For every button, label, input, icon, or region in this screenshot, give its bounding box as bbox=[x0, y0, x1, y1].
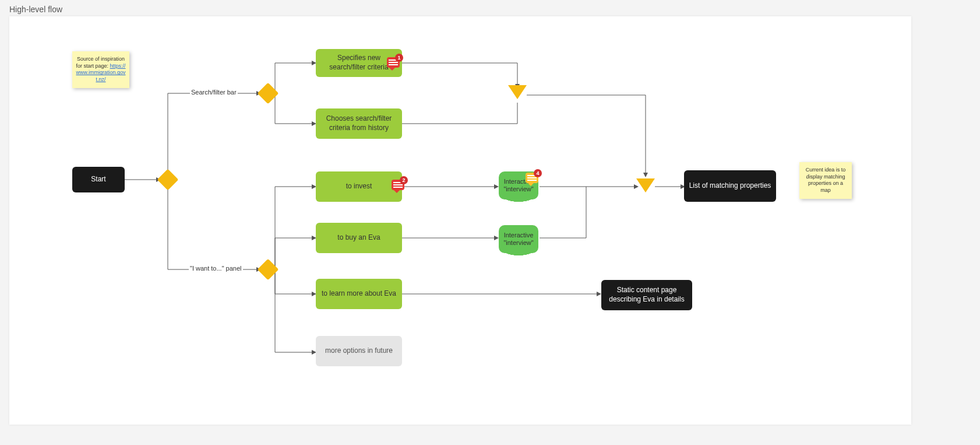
node-future[interactable]: more options in future bbox=[316, 336, 402, 366]
merge-results[interactable] bbox=[636, 178, 655, 192]
node-list[interactable]: List of matching properties bbox=[684, 170, 776, 202]
node-buy-eva[interactable]: to buy an Eva bbox=[316, 223, 402, 253]
diagram-canvas[interactable]: Source of inspiration for start page: ht… bbox=[9, 16, 911, 425]
node-start[interactable]: Start bbox=[72, 167, 125, 192]
sticky-note-source[interactable]: Source of inspiration for start page: ht… bbox=[72, 51, 129, 88]
branch-label-want-to: "I want to..." panel bbox=[189, 265, 243, 272]
merge-search[interactable] bbox=[508, 85, 527, 99]
comment-icon[interactable]: 4 bbox=[526, 173, 538, 183]
arrowhead bbox=[494, 236, 499, 240]
gateway-want-to[interactable] bbox=[258, 259, 279, 281]
comment-badge: 2 bbox=[400, 176, 408, 184]
node-interview-2[interactable]: Interactive "interview" bbox=[499, 225, 538, 253]
comment-badge: 1 bbox=[395, 54, 403, 62]
branch-label-search: Search/filter bar bbox=[190, 89, 238, 96]
arrowhead bbox=[643, 173, 648, 177]
comment-icon[interactable]: 2 bbox=[392, 180, 404, 190]
comment-icon[interactable]: 1 bbox=[387, 57, 400, 68]
node-learn[interactable]: to learn more about Eva bbox=[316, 279, 402, 309]
gateway-main[interactable] bbox=[157, 169, 179, 191]
node-invest[interactable]: to invest bbox=[316, 171, 402, 202]
diagram-title: High-level flow bbox=[9, 5, 62, 14]
node-static[interactable]: Static content page describing Eva in de… bbox=[601, 280, 692, 310]
connector-lines bbox=[9, 16, 911, 425]
sticky-note-idea[interactable]: Current idea is to display matching prop… bbox=[799, 162, 852, 199]
comment-badge: 4 bbox=[534, 169, 542, 177]
node-from-history[interactable]: Chooses search/filter criteria from hist… bbox=[316, 108, 402, 139]
gateway-search[interactable] bbox=[258, 83, 279, 104]
arrowhead bbox=[494, 184, 499, 189]
arrowhead bbox=[597, 292, 601, 296]
